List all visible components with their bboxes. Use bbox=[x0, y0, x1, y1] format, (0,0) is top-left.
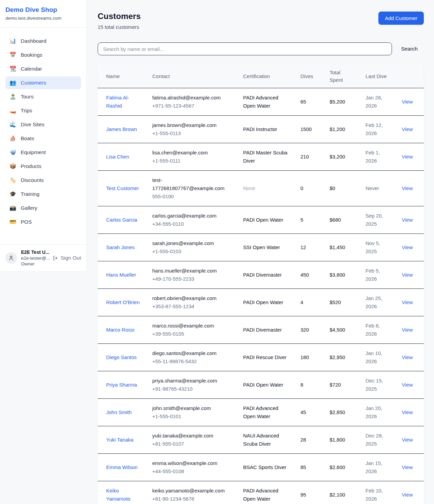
sidebar-item-pos[interactable]: 💳POS bbox=[5, 216, 81, 228]
table-body: Fatima Al-Rashidfatima.alrashid@example.… bbox=[98, 88, 424, 504]
sidebar-item-equipment[interactable]: 🤿Equipment bbox=[5, 146, 81, 159]
column-header-dives: Dives bbox=[295, 65, 324, 88]
sidebar-item-gallery[interactable]: 📸Gallery bbox=[5, 202, 81, 214]
bookings-icon: 📅 bbox=[9, 52, 16, 58]
customer-certification: PADI Open Water bbox=[238, 288, 295, 316]
customer-contact: marco.rossi@example.com+39-555-0105 bbox=[147, 316, 238, 343]
view-link[interactable]: View bbox=[402, 185, 413, 191]
customers-icon: 👥 bbox=[9, 80, 16, 86]
sidebar-item-boats[interactable]: ⛵Boats bbox=[5, 132, 81, 145]
main-content: Customers 15 total customers Add Custome… bbox=[87, 0, 434, 504]
view-link[interactable]: View bbox=[402, 409, 413, 415]
view-link[interactable]: View bbox=[402, 299, 413, 305]
sidebar-item-products[interactable]: 📦Products bbox=[5, 160, 81, 173]
customer-name-link[interactable]: John Smith bbox=[98, 398, 147, 426]
customer-total-spent: $2,100 bbox=[324, 481, 360, 504]
view-link[interactable]: View bbox=[402, 327, 413, 333]
view-link[interactable]: View bbox=[402, 437, 413, 443]
customer-name-link[interactable]: Lisa Chen bbox=[98, 143, 147, 170]
customer-certification: BSAC Sports Diver bbox=[238, 453, 295, 481]
customer-email: marco.rossi@example.com bbox=[152, 322, 232, 330]
customer-phone: +34-555-0110 bbox=[152, 220, 232, 228]
customer-name-link[interactable]: Diego Santos bbox=[98, 343, 147, 371]
customer-email: robert.obrien@example.com bbox=[152, 294, 232, 302]
sidebar-item-bookings[interactable]: 📅Bookings bbox=[5, 49, 81, 61]
customer-certification: PADI Instructor bbox=[238, 115, 295, 143]
customer-total-spent: $3,800 bbox=[324, 261, 360, 288]
customer-last-dive: Feb 5, 2026 bbox=[360, 261, 396, 288]
customer-certification: PADI Open Water bbox=[238, 206, 295, 234]
column-header-name: Name bbox=[98, 65, 147, 88]
customer-name-link[interactable]: Sarah Jones bbox=[98, 234, 147, 261]
customer-dives: 0 bbox=[295, 170, 324, 206]
customer-contact: james.brown@example.com+1-555-0113 bbox=[147, 115, 238, 143]
table-row: Test Customertest-1772681807767@example.… bbox=[98, 170, 424, 206]
customer-name-link[interactable]: Test Customer bbox=[98, 170, 147, 206]
customer-total-spent: $0 bbox=[324, 170, 360, 206]
table-row: Priya Sharmapriya.sharma@example.com+91-… bbox=[98, 371, 424, 398]
view-link[interactable]: View bbox=[402, 382, 413, 388]
discounts-icon: 🏷️ bbox=[9, 178, 16, 183]
customer-last-dive: Jan 25, 2026 bbox=[360, 288, 396, 316]
sidebar-item-customers[interactable]: 👥Customers bbox=[5, 76, 81, 89]
customer-name-link[interactable]: Keiko Yamamoto bbox=[98, 481, 147, 504]
view-link[interactable]: View bbox=[402, 99, 413, 105]
add-customer-button[interactable]: Add Customer bbox=[378, 12, 424, 25]
view-link[interactable]: View bbox=[402, 354, 413, 360]
customer-contact: emma.wilson@example.com+44-555-0108 bbox=[147, 453, 238, 481]
sidebar-item-dashboard[interactable]: 📊Dashboard bbox=[5, 35, 81, 48]
customer-dives: 180 bbox=[295, 343, 324, 371]
customer-last-dive: Sep 20, 2025 bbox=[360, 206, 396, 234]
sidebar-item-trips[interactable]: 🚤Trips bbox=[5, 104, 81, 117]
search-input[interactable] bbox=[98, 42, 392, 55]
customer-email: priya.sharma@example.com bbox=[152, 377, 232, 385]
customer-name-link[interactable]: Emma Wilson bbox=[98, 453, 147, 481]
customer-name-link[interactable]: James Brown bbox=[98, 115, 147, 143]
view-link[interactable]: View bbox=[402, 154, 413, 160]
calendar-icon: 📆 bbox=[9, 66, 16, 72]
boats-icon: ⛵ bbox=[9, 136, 16, 141]
customer-actions: View bbox=[396, 206, 424, 234]
sidebar-item-label: Dive Sites bbox=[21, 122, 44, 128]
customer-name-link[interactable]: Carlos Garcia bbox=[98, 206, 147, 234]
search-button[interactable]: Search bbox=[401, 46, 418, 52]
customer-name-link[interactable]: Fatima Al-Rashid bbox=[98, 88, 147, 115]
view-link[interactable]: View bbox=[402, 244, 413, 250]
equipment-icon: 🤿 bbox=[9, 150, 16, 155]
sidebar-item-tours[interactable]: 🏝️Tours bbox=[5, 90, 81, 103]
avatar bbox=[5, 252, 17, 264]
customers-table: NameContactCertificationDivesTotal Spent… bbox=[98, 65, 424, 504]
sidebar-item-label: Products bbox=[21, 163, 41, 169]
view-link[interactable]: View bbox=[402, 464, 413, 470]
sign-out-button[interactable]: Sign Out bbox=[53, 255, 81, 261]
customer-email: lisa.chen@example.com bbox=[152, 149, 232, 157]
view-link[interactable]: View bbox=[402, 217, 413, 223]
customer-name-link[interactable]: Hans Mueller bbox=[98, 261, 147, 288]
sidebar-item-dive-sites[interactable]: 🌊Dive Sites bbox=[5, 118, 81, 131]
customer-last-dive: Nov 5, 2025 bbox=[360, 234, 396, 261]
customer-actions: View bbox=[396, 481, 424, 504]
view-link[interactable]: View bbox=[402, 126, 413, 132]
customer-name-link[interactable]: Robert O'Brien bbox=[98, 288, 147, 316]
sidebar-item-discounts[interactable]: 🏷️Discounts bbox=[5, 174, 81, 187]
customer-actions: View bbox=[396, 398, 424, 426]
customer-name-link[interactable]: Marco Rossi bbox=[98, 316, 147, 343]
sidebar: Demo Dive Shop demo.test.divestreams.com… bbox=[0, 0, 87, 272]
sidebar-header: Demo Dive Shop demo.test.divestreams.com bbox=[0, 0, 86, 28]
customer-name-link[interactable]: Priya Sharma bbox=[98, 371, 147, 398]
customer-email: test-1772681807767@example.com bbox=[152, 176, 232, 192]
customer-email: james.brown@example.com bbox=[152, 121, 232, 129]
customer-contact: keiko.yamamoto@example.com+81-90-1234-56… bbox=[147, 481, 238, 504]
page-header: Customers 15 total customers Add Custome… bbox=[98, 12, 424, 30]
sidebar-item-training[interactable]: 🎓Training bbox=[5, 188, 81, 201]
customer-contact: lisa.chen@example.com+1-555-0111 bbox=[147, 143, 238, 170]
shop-name: Demo Dive Shop bbox=[5, 6, 81, 14]
customer-count: 15 total customers bbox=[98, 24, 141, 30]
view-link[interactable]: View bbox=[402, 492, 413, 498]
view-link[interactable]: View bbox=[402, 272, 413, 278]
sidebar-item-calendar[interactable]: 📆Calendar bbox=[5, 62, 81, 75]
sidebar-user-section: E2E Test U... e2e-tester@... Owner Sign … bbox=[0, 244, 86, 271]
column-header-actions bbox=[396, 65, 424, 88]
user-name: E2E Test U... bbox=[21, 249, 48, 255]
customer-name-link[interactable]: Yuki Tanaka bbox=[98, 426, 147, 453]
